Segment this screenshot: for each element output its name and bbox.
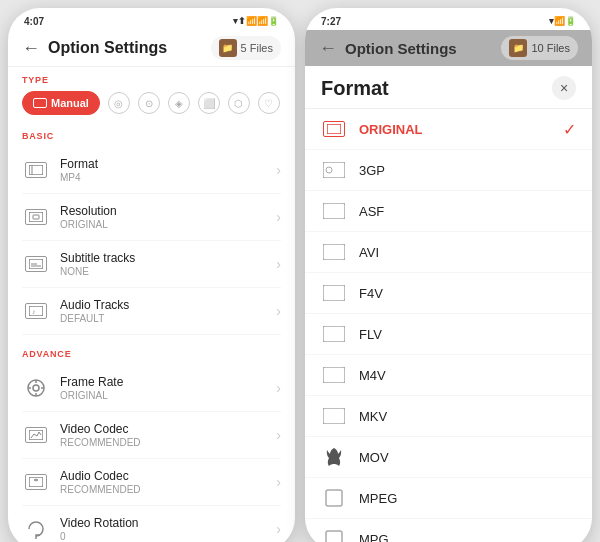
3gp-format-icon — [321, 160, 347, 180]
rotation-icon — [25, 518, 47, 540]
format-list[interactable]: ORIGINAL ✓ 3GP ASF — [305, 109, 592, 542]
right-phone: 7:27 ▾📶🔋 ← Option Settings 📁 10 Files Fo… — [305, 8, 592, 542]
format-name-mov: MOV — [359, 450, 576, 465]
original-format-icon — [321, 119, 347, 139]
left-phone: 4:07 ▾⬆📶📶🔋 ← Option Settings 📁 5 Files T… — [8, 8, 295, 542]
type-btn-circle-3[interactable]: ◈ — [168, 92, 190, 114]
videocodec-text: Video Codec RECOMMENDED — [60, 422, 276, 448]
flv-format-icon — [321, 324, 347, 344]
basic-label: BASIC — [22, 131, 281, 141]
header-left-group: ← Option Settings — [22, 38, 167, 59]
asf-format-icon — [321, 201, 347, 221]
resolution-value: ORIGINAL — [60, 219, 276, 230]
setting-audio[interactable]: ♪ Audio Tracks DEFAULT › — [22, 288, 281, 335]
format-item-asf[interactable]: ASF — [305, 191, 592, 232]
file-icon-right: 📁 — [509, 39, 527, 57]
type-btn-circle-6[interactable]: ♡ — [258, 92, 280, 114]
type-btn-circle-4[interactable]: ⬜ — [198, 92, 220, 114]
page-title-right: Option Settings — [345, 40, 457, 57]
format-item-avi[interactable]: AVI — [305, 232, 592, 273]
format-item-original[interactable]: ORIGINAL ✓ — [305, 109, 592, 150]
mpg-format-icon — [321, 529, 347, 542]
back-arrow-icon-right[interactable]: ← — [319, 38, 337, 59]
framerate-chevron: › — [276, 380, 281, 396]
setting-subtitle[interactable]: Subtitle tracks NONE › — [22, 241, 281, 288]
file-count-right: 10 Files — [531, 42, 570, 54]
mkv-format-icon — [321, 406, 347, 426]
videocodec-icon — [25, 427, 47, 443]
svg-rect-21 — [323, 244, 345, 260]
format-name-avi: AVI — [359, 245, 576, 260]
subtitle-icon — [25, 256, 47, 272]
format-item-flv[interactable]: FLV — [305, 314, 592, 355]
type-btn-circle-5[interactable]: ⬡ — [228, 92, 250, 114]
svg-point-10 — [33, 385, 39, 391]
videocodec-icon-wrap — [22, 421, 50, 449]
audio-text: Audio Tracks DEFAULT — [60, 298, 276, 324]
type-row: Manual ◎ ⊙ ◈ ⬜ ⬡ ♡ — [22, 91, 281, 115]
format-name-mpg: MPG — [359, 532, 576, 543]
resolution-title: Resolution — [60, 204, 276, 218]
format-item-mov[interactable]: MOV — [305, 437, 592, 478]
file-badge-left: 📁 5 Files — [211, 36, 281, 60]
advance-section: ADVANCE Frame Rate ORIGINAL — [8, 339, 295, 542]
setting-videocodec[interactable]: Video Codec RECOMMENDED › — [22, 412, 281, 459]
format-title: Format — [60, 157, 276, 171]
format-item-mpeg[interactable]: MPEG — [305, 478, 592, 519]
setting-resolution[interactable]: Resolution ORIGINAL › — [22, 194, 281, 241]
format-item-m4v[interactable]: M4V — [305, 355, 592, 396]
advance-label: ADVANCE — [22, 349, 281, 359]
audio-value: DEFAULT — [60, 313, 276, 324]
svg-rect-3 — [33, 215, 39, 219]
format-dialog-header: Format × — [305, 66, 592, 109]
resolution-chevron: › — [276, 209, 281, 225]
format-name-3gp: 3GP — [359, 163, 576, 178]
videocodec-title: Video Codec — [60, 422, 276, 436]
type-btn-manual[interactable]: Manual — [22, 91, 100, 115]
audiocodec-icon-wrap — [22, 468, 50, 496]
type-section: TYPE Manual ◎ ⊙ ◈ ⬜ ⬡ ♡ — [8, 67, 295, 121]
framerate-icon — [25, 377, 47, 399]
basic-section: BASIC Format MP4 › — [8, 121, 295, 339]
format-close-button[interactable]: × — [552, 76, 576, 100]
mov-format-icon — [321, 447, 347, 467]
type-btn-circle-2[interactable]: ⊙ — [138, 92, 160, 114]
svg-rect-24 — [323, 367, 345, 383]
subtitle-title: Subtitle tracks — [60, 251, 276, 265]
videocodec-chevron: › — [276, 427, 281, 443]
format-name-m4v: M4V — [359, 368, 576, 383]
format-name-asf: ASF — [359, 204, 576, 219]
format-item-mkv[interactable]: MKV — [305, 396, 592, 437]
format-name-mkv: MKV — [359, 409, 576, 424]
framerate-title: Frame Rate — [60, 375, 276, 389]
svg-text:♪: ♪ — [32, 308, 36, 315]
subtitle-text: Subtitle tracks NONE — [60, 251, 276, 277]
f4v-format-icon — [321, 283, 347, 303]
header-right-group: ← Option Settings — [319, 38, 457, 59]
rotation-chevron: › — [276, 521, 281, 537]
format-item-3gp[interactable]: 3GP — [305, 150, 592, 191]
setting-format[interactable]: Format MP4 › — [22, 147, 281, 194]
format-item-f4v[interactable]: F4V — [305, 273, 592, 314]
setting-rotation[interactable]: Video Rotation 0 › — [22, 506, 281, 542]
audio-title: Audio Tracks — [60, 298, 276, 312]
svg-rect-0 — [29, 165, 43, 175]
format-item-mpg[interactable]: MPG — [305, 519, 592, 542]
type-btn-circle-1[interactable]: ◎ — [108, 92, 130, 114]
time-right: 7:27 — [321, 16, 341, 27]
format-value: MP4 — [60, 172, 276, 183]
status-icons-right: ▾📶🔋 — [549, 16, 576, 26]
setting-framerate[interactable]: Frame Rate ORIGINAL › — [22, 365, 281, 412]
manual-icon — [33, 98, 47, 108]
back-arrow-icon[interactable]: ← — [22, 38, 40, 59]
resolution-text: Resolution ORIGINAL — [60, 204, 276, 230]
avi-format-icon — [321, 242, 347, 262]
svg-point-19 — [326, 167, 332, 173]
app-header-left: ← Option Settings 📁 5 Files — [8, 30, 295, 67]
setting-audiocodec[interactable]: Audio Codec RECOMMENDED › — [22, 459, 281, 506]
svg-rect-27 — [326, 531, 342, 542]
page-title-left: Option Settings — [48, 39, 167, 57]
settings-scroll[interactable]: BASIC Format MP4 › — [8, 121, 295, 542]
svg-rect-17 — [327, 124, 341, 134]
rotation-value: 0 — [60, 531, 276, 542]
